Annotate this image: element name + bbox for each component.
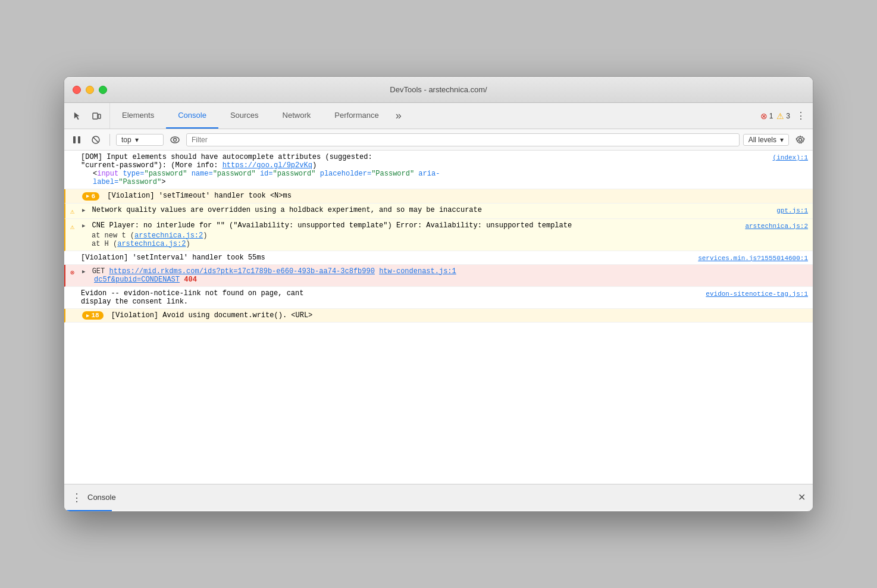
- log-message: 6 [Violation] 'setTimeout' handler took …: [82, 192, 808, 201]
- tab-sources[interactable]: Sources: [218, 103, 271, 129]
- expand-arrow[interactable]: ▶: [82, 223, 85, 229]
- tab-console[interactable]: Console: [166, 103, 218, 129]
- log-entry: 18 [Violation] Avoid using document.writ…: [64, 309, 813, 323]
- error-url[interactable]: https://mid.rkdms.com/ids?ptk=17c1789b-e…: [109, 267, 374, 276]
- divider: [109, 134, 110, 146]
- bottom-section: ⋮ Console ✕: [64, 484, 813, 511]
- close-button[interactable]: [73, 86, 81, 94]
- error-icon: ⊗: [70, 267, 80, 277]
- chevron-down-icon: ▾: [135, 136, 139, 144]
- window-title: DevTools - arstechnica.com/: [390, 85, 487, 94]
- entry-icon: [69, 153, 79, 154]
- device-icon: [92, 111, 101, 121]
- filter-input[interactable]: [186, 133, 740, 146]
- svg-point-7: [174, 138, 177, 141]
- entry-icon: [69, 254, 79, 255]
- eye-icon: [170, 136, 180, 143]
- warning-count-badge: ⚠ 3: [776, 111, 790, 121]
- device-toolbar-button[interactable]: [88, 108, 105, 124]
- settings-button[interactable]: [793, 132, 808, 148]
- violation-count-badge[interactable]: 6: [82, 192, 99, 201]
- error-source-suffix[interactable]: htw-condenast.js:1: [379, 267, 456, 276]
- svg-line-5: [93, 137, 99, 142]
- play-button[interactable]: [69, 132, 84, 148]
- tab-network[interactable]: Network: [271, 103, 323, 129]
- cursor-icon: [73, 111, 82, 121]
- play-icon: [73, 136, 81, 144]
- eye-button[interactable]: [167, 132, 183, 148]
- stack-link[interactable]: arstechnica.js:2: [134, 232, 203, 240]
- warning-icon: ⚠: [776, 111, 784, 121]
- log-entry: 6 [Violation] 'setTimeout' handler took …: [64, 189, 813, 204]
- entry-icon: [70, 192, 80, 193]
- log-message: ▶ Network quality values are overridden …: [82, 206, 767, 214]
- log-entry: Evidon -- evidon-notice-link not found o…: [64, 287, 813, 309]
- minimize-button[interactable]: [86, 86, 94, 94]
- chevron-down-icon: ▾: [780, 136, 784, 144]
- svg-rect-0: [93, 113, 98, 119]
- drawer-menu-button[interactable]: ⋮: [71, 491, 82, 504]
- log-source[interactable]: gpt.js:1: [767, 206, 808, 214]
- main-toolbar: Elements Console Sources Network Perform…: [64, 103, 813, 129]
- link[interactable]: https://goo.gl/9p2vKq: [223, 161, 312, 170]
- error-url-cont[interactable]: dc5f&pubid=CONDENAST: [94, 276, 180, 284]
- log-message: ▶ CNE Player: no interlude for "" ("Avai…: [82, 221, 735, 230]
- log-entry: [DOM] Input elements should have autocom…: [64, 151, 813, 189]
- titlebar: DevTools - arstechnica.com/: [64, 77, 813, 103]
- clear-console-button[interactable]: [88, 132, 104, 148]
- error-icon: ⊗: [760, 111, 768, 121]
- gear-icon: [795, 135, 805, 145]
- log-stack: at new t (arstechnica.js:2) at H (arstec…: [70, 232, 808, 248]
- tab-elements[interactable]: Elements: [110, 103, 166, 129]
- devtools-menu-button[interactable]: ⋮: [794, 109, 808, 123]
- entry-icon: [69, 289, 79, 290]
- http-status: 404: [184, 276, 197, 284]
- log-entry: ⊗ ▶ GET https://mid.rkdms.com/ids?ptk=17…: [64, 265, 813, 287]
- expand-arrow[interactable]: ▶: [82, 269, 85, 275]
- log-message: [DOM] Input elements should have autocom…: [81, 153, 763, 186]
- warning-icon: ⚠: [70, 221, 80, 232]
- stack-link[interactable]: arstechnica.js:2: [117, 240, 186, 248]
- log-message: ▶ GET https://mid.rkdms.com/ids?ptk=17c1…: [82, 267, 808, 284]
- bottom-bar: ⋮ Console ✕: [64, 484, 813, 510]
- log-entry: [Violation] 'setInterval' handler took 5…: [64, 251, 813, 265]
- svg-point-8: [799, 138, 802, 141]
- close-drawer-button[interactable]: ✕: [798, 492, 806, 503]
- more-tabs-button[interactable]: »: [391, 103, 406, 129]
- console-output[interactable]: [DOM] Input elements should have autocom…: [64, 151, 813, 484]
- log-message: [Violation] 'setInterval' handler took 5…: [81, 254, 688, 262]
- log-message: Evidon -- evidon-notice-link not found o…: [81, 289, 696, 306]
- log-source[interactable]: evidon-sitenotice-tag.js:1: [696, 289, 808, 298]
- drawer-tab-console[interactable]: Console: [87, 493, 116, 502]
- log-message: 18 [Violation] Avoid using document.writ…: [82, 311, 808, 320]
- violation-count-badge[interactable]: 18: [82, 311, 104, 320]
- log-entry: ⚠ ▶ CNE Player: no interlude for "" ("Av…: [64, 219, 813, 251]
- inspect-element-button[interactable]: [69, 108, 86, 124]
- toolbar-right: ⊗ 1 ⚠ 3 ⋮: [756, 103, 813, 129]
- ban-icon: [92, 136, 100, 144]
- warning-icon: ⚠: [70, 206, 80, 216]
- log-levels-selector[interactable]: All levels ▾: [743, 134, 789, 146]
- log-source[interactable]: arstechnica.js:2: [735, 221, 808, 230]
- tab-performance[interactable]: Performance: [322, 103, 390, 129]
- log-source[interactable]: (index):1: [763, 153, 808, 161]
- log-entry: ⚠ ▶ Network quality values are overridde…: [64, 204, 813, 219]
- console-toolbar: top ▾ All levels ▾: [64, 129, 813, 151]
- log-source[interactable]: services.min.js?1555014600:1: [688, 254, 808, 262]
- svg-rect-1: [98, 114, 101, 118]
- traffic-lights: [73, 86, 107, 94]
- toolbar-icon-group: [64, 103, 110, 129]
- context-selector[interactable]: top ▾: [116, 134, 164, 146]
- svg-point-6: [171, 137, 179, 143]
- svg-rect-3: [78, 136, 80, 143]
- devtools-window: DevTools - arstechnica.com/ Elements Con: [64, 76, 813, 512]
- tab-bar: Elements Console Sources Network Perform…: [110, 103, 756, 129]
- svg-rect-2: [73, 136, 76, 143]
- tab-underline: [64, 510, 112, 511]
- maximize-button[interactable]: [99, 86, 107, 94]
- entry-icon: [70, 311, 80, 312]
- error-count-badge: ⊗ 1: [760, 111, 773, 121]
- expand-arrow[interactable]: ▶: [82, 208, 85, 214]
